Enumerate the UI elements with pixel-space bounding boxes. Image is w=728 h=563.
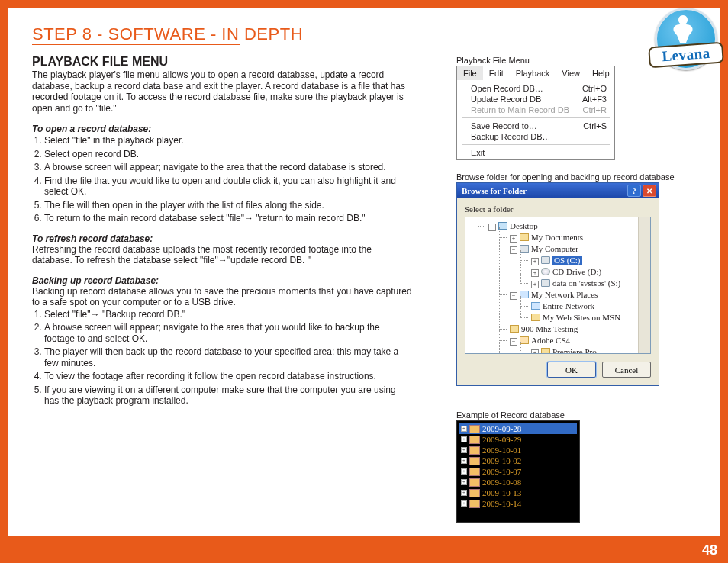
menubar: File Edit Playback View Help [457, 66, 614, 80]
shot2-caption: Browse folder for opening and backing up… [456, 172, 675, 182]
dialog-prompt: Select a folder [457, 198, 659, 217]
list-item: Find the file that you would like to ope… [44, 175, 412, 198]
menu-label: Open Record DB… [471, 84, 543, 93]
folder-icon [469, 457, 480, 465]
close-icon[interactable]: ✕ [643, 185, 656, 197]
browse-folder-dialog: Browse for Folder ? ✕ Select a folder −D… [456, 182, 659, 386]
cancel-button[interactable]: Cancel [602, 362, 651, 378]
list-item: A browse screen will appear; navigate to… [44, 322, 412, 344]
file-menu-dropdown: Open Record DB…Ctrl+O Update Record DBAl… [457, 80, 614, 159]
tree-label: My Network Places [531, 290, 598, 299]
shot1-caption: Playback File Menu [456, 56, 530, 65]
tree-label: My Computer [531, 244, 578, 253]
record-row[interactable]: +2009-10-02 [459, 455, 577, 466]
list-item: Select "file"→ "Backup record DB." [44, 309, 412, 320]
drive-icon [541, 256, 550, 264]
tree-premiere-pro[interactable]: +Premiere Pro [520, 346, 649, 354]
folder-tree[interactable]: −Desktop +My Documents −My Computer +OS … [465, 217, 651, 354]
folder-icon [469, 478, 480, 487]
tree-desktop[interactable]: −Desktop +My Documents −My Computer +OS … [478, 220, 649, 354]
record-date: 2009-10-14 [482, 499, 521, 508]
tree-msn-sites[interactable]: My Web Sites on MSN [520, 312, 649, 323]
record-date: 2009-09-28 [482, 424, 521, 433]
left-column: To open a record database: Select "file"… [32, 114, 412, 409]
tree-my-computer[interactable]: −My Computer +OS (C:) +CD Drive (D:) +da… [499, 243, 649, 289]
tree-900mhz[interactable]: 900 Mhz Testing [499, 323, 649, 335]
menu-open-record-db[interactable]: Open Record DB…Ctrl+O [457, 83, 614, 94]
menu-exit[interactable]: Exit [457, 147, 614, 158]
open-list: Select "file" in the playback player. Se… [32, 135, 412, 224]
record-date: 2009-10-02 [482, 456, 521, 465]
tree-label: Desktop [510, 221, 538, 230]
section-heading: PLAYBACK FILE MENU [32, 55, 168, 69]
record-row[interactable]: +2009-09-29 [459, 434, 577, 445]
list-item: Select open record DB. [44, 149, 412, 160]
tree-label: Premiere Pro [552, 347, 597, 354]
record-date: 2009-10-08 [482, 478, 521, 487]
list-item: Select "file" in the playback player. [44, 135, 412, 146]
menu-separator [462, 144, 610, 145]
network-icon [531, 302, 540, 310]
list-item: A browse screen will appear; navigate to… [44, 162, 412, 173]
record-row[interactable]: +2009-10-01 [459, 445, 577, 455]
tree-os-c[interactable]: +OS (C:) [520, 255, 649, 266]
record-row[interactable]: +2009-10-14 [459, 498, 577, 509]
menu-edit[interactable]: Edit [483, 66, 510, 80]
menu-help[interactable]: Help [586, 66, 616, 80]
logo-text: Levana [662, 45, 711, 65]
folder-icon [541, 348, 550, 354]
backup-paragraph: Backing up record database allows you to… [32, 286, 412, 308]
tree-label: 900 Mhz Testing [521, 324, 578, 333]
tree-label: OS (C:) [552, 256, 582, 265]
menu-save-record-to[interactable]: Save Record to…Ctrl+S [457, 121, 614, 131]
menu-shortcut: Ctrl+S [583, 121, 607, 130]
record-row[interactable]: +2009-10-08 [459, 477, 577, 487]
page: STEP 8 - SOFTWARE - IN DEPTH PLAYBACK FI… [8, 8, 720, 536]
record-row[interactable]: +2009-10-13 [459, 487, 577, 498]
tree-entire-network[interactable]: Entire Network [520, 301, 649, 312]
logo-figure-icon [664, 12, 702, 46]
tree-cd-drive[interactable]: +CD Drive (D:) [520, 266, 649, 278]
help-icon[interactable]: ? [627, 185, 641, 197]
tree-label: My Web Sites on MSN [543, 313, 620, 322]
tree-label: Adobe CS4 [531, 336, 570, 345]
tree-adobe-cs4[interactable]: −Adobe CS4 +Premiere Pro Clip Data [499, 335, 649, 354]
folder-icon [469, 436, 480, 444]
menu-label: Return to Main Record DB [471, 105, 569, 114]
tree-label: data on 'svstsbs' (S:) [552, 278, 620, 288]
menu-update-record-db[interactable]: Update Record DBAlt+F3 [457, 94, 614, 105]
menu-separator [462, 117, 610, 118]
menu-file[interactable]: File [457, 66, 483, 80]
folder-icon [469, 489, 480, 497]
subheading-backup: Backing up record Database: [32, 275, 412, 286]
folder-icon [469, 468, 480, 476]
heading-rule [32, 44, 240, 45]
drive-icon [541, 279, 550, 287]
tree-my-documents[interactable]: +My Documents [499, 232, 649, 243]
record-row[interactable]: +2009-10-07 [459, 466, 577, 477]
ok-button[interactable]: OK [547, 362, 596, 378]
list-item: The player will then back up the record … [44, 346, 412, 368]
menu-playback[interactable]: Playback [510, 66, 556, 80]
menu-label: Backup Record DB… [471, 132, 551, 141]
folder-icon [531, 314, 540, 321]
tree-network-places[interactable]: −My Network Places Entire Network My Web… [499, 289, 649, 323]
tree-network-drive[interactable]: +data on 'svstsbs' (S:) [520, 278, 649, 289]
folder-icon [469, 425, 480, 433]
menu-backup-record-db[interactable]: Backup Record DB… [457, 131, 614, 142]
folder-icon [469, 500, 480, 508]
menu-label: Update Record DB [471, 95, 541, 104]
shot3-caption: Example of Record database [456, 410, 565, 420]
record-date: 2009-10-13 [482, 488, 521, 497]
intro-paragraph: The playback player's file menu allows y… [32, 69, 407, 114]
record-date: 2009-10-01 [482, 446, 521, 455]
menu-view[interactable]: View [556, 66, 586, 80]
record-date: 2009-10-07 [482, 467, 521, 476]
tree-label: CD Drive (D:) [552, 267, 601, 276]
menu-shortcut: Alt+F3 [582, 95, 607, 104]
backup-list: Select "file"→ "Backup record DB." A bro… [32, 309, 412, 407]
menu-return-main-db: Return to Main Record DBCtrl+R [457, 105, 614, 115]
record-row[interactable]: +2009-09-28 [459, 423, 577, 434]
playback-file-menu-screenshot: File Edit Playback View Help Open Record… [456, 66, 615, 160]
record-database-screenshot: +2009-09-28 +2009-09-29 +2009-10-01 +200… [456, 420, 580, 523]
